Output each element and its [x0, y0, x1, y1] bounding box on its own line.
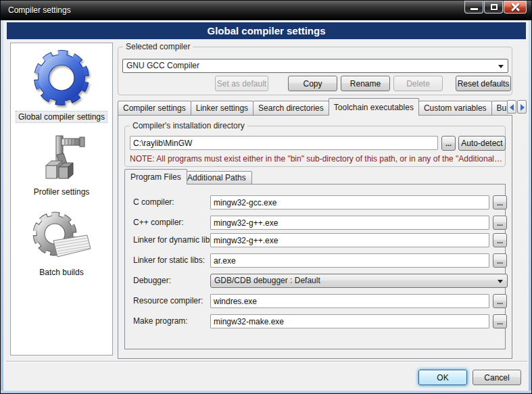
sidebar-item-profiler-settings[interactable]: Profiler settings: [32, 187, 92, 197]
sidebar-item-global-compiler-settings[interactable]: Global compiler settings: [16, 112, 107, 122]
gray-gear-papers-icon[interactable]: [30, 211, 93, 262]
titlebar[interactable]: Compiler settings: [1, 1, 531, 20]
set-as-default-button[interactable]: Set as default: [215, 76, 268, 91]
dynamic-linker-label: Linker for dynamic libs:: [133, 235, 216, 245]
cpp-compiler-browse-button[interactable]: ...: [493, 216, 507, 230]
subtab-program-files[interactable]: Program Files: [124, 169, 187, 184]
compiler-settings-dialog: Compiler settings Global compiler settin…: [0, 0, 532, 394]
chevron-down-icon: [498, 280, 503, 283]
cpp-compiler-input[interactable]: [210, 216, 489, 230]
static-linker-browse-button[interactable]: ...: [493, 253, 507, 268]
selected-compiler-group-label: Selected compiler: [123, 42, 193, 51]
c-compiler-label: C compiler:: [133, 197, 174, 207]
tab-build-options[interactable]: Build options: [491, 101, 508, 116]
dynamic-linker-browse-button[interactable]: ...: [493, 233, 507, 247]
c-compiler-browse-button[interactable]: ...: [493, 195, 507, 210]
debugger-combobox[interactable]: GDB/CDB debugger : Default: [210, 274, 508, 288]
copy-button[interactable]: Copy: [288, 76, 337, 91]
selected-compiler-value: GNU GCC Compiler: [126, 61, 199, 70]
footer-separator: [6, 361, 527, 362]
resource-compiler-browse-button[interactable]: ...: [493, 294, 507, 308]
caliper-icon[interactable]: [37, 134, 87, 182]
auto-detect-button[interactable]: Auto-detect: [458, 136, 506, 151]
chevron-down-icon: [498, 65, 504, 68]
tab-compiler-settings[interactable]: Compiler settings: [118, 101, 191, 116]
resource-compiler-input[interactable]: [210, 294, 489, 308]
settings-category-list: Global compiler settings Profiler settin…: [10, 43, 113, 355]
tab-scroll-right-icon: [521, 104, 525, 111]
blue-gear-icon[interactable]: [29, 47, 94, 109]
installation-directory-input[interactable]: [130, 136, 438, 150]
window-frame-bottom: [1, 391, 531, 393]
dynamic-linker-input[interactable]: [210, 233, 489, 247]
tab-search-directories[interactable]: Search directories: [253, 101, 329, 116]
tab-scroll-left-button[interactable]: [507, 100, 516, 114]
minimize-button[interactable]: [464, 1, 483, 14]
sidebar-item-batch-builds[interactable]: Batch builds: [37, 267, 85, 278]
installation-note: NOTE: All programs must exist either in …: [130, 154, 503, 164]
debugger-label: Debugger:: [133, 276, 171, 285]
cancel-button[interactable]: Cancel: [473, 370, 521, 385]
page-title: Global compiler settings: [7, 22, 526, 39]
rename-button[interactable]: Rename: [341, 76, 390, 91]
close-button[interactable]: [504, 1, 527, 14]
make-program-browse-button[interactable]: ...: [493, 314, 507, 328]
maximize-button[interactable]: [484, 1, 503, 14]
ok-button[interactable]: OK: [418, 370, 467, 385]
tab-linker-settings[interactable]: Linker settings: [191, 101, 253, 116]
static-linker-label: Linker for static libs:: [133, 255, 205, 265]
reset-defaults-button[interactable]: Reset defaults: [456, 76, 511, 91]
tab-scroll-left-icon: [510, 104, 514, 111]
compiler-tabstrip: Compiler settings Linker settings Search…: [118, 98, 508, 116]
static-linker-input[interactable]: [210, 253, 489, 268]
debugger-value: GDB/CDB debugger : Default: [214, 276, 320, 285]
installation-directory-group-label: Compiler's installation directory: [130, 121, 247, 130]
c-compiler-input[interactable]: [210, 195, 489, 210]
make-program-input[interactable]: [210, 314, 489, 328]
cpp-compiler-label: C++ compiler:: [133, 218, 184, 227]
installation-directory-browse-button[interactable]: ...: [441, 136, 456, 151]
minimize-icon: [470, 8, 478, 10]
tab-custom-variables[interactable]: Custom variables: [418, 101, 492, 116]
make-program-label: Make program:: [133, 316, 188, 326]
selected-compiler-combobox[interactable]: GNU GCC Compiler: [122, 59, 508, 73]
tab-toolchain-executables[interactable]: Toolchain executables: [329, 98, 419, 116]
window-title: Compiler settings: [8, 5, 71, 15]
tab-scroll-right-button[interactable]: [517, 100, 527, 114]
window-frame-right: [529, 20, 531, 394]
delete-button[interactable]: Delete: [393, 76, 443, 91]
maximize-icon: [491, 4, 498, 10]
resource-compiler-label: Resource compiler:: [133, 296, 203, 305]
subtab-additional-paths[interactable]: Additional Paths: [181, 171, 252, 184]
